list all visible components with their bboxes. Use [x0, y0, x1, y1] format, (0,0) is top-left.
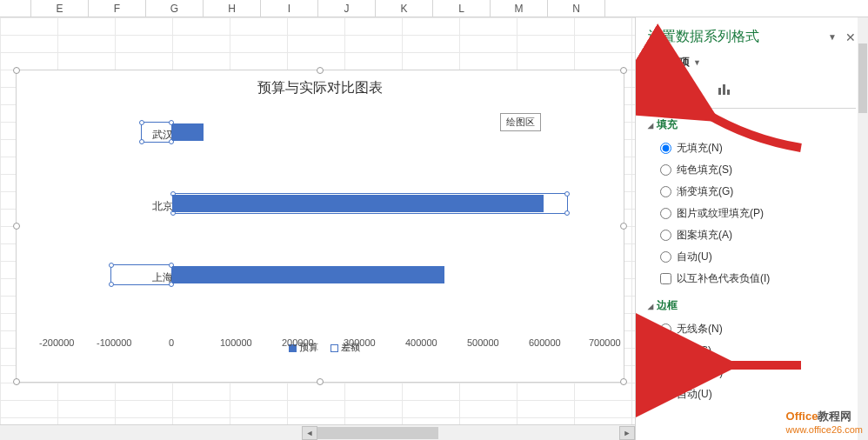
fill-none-label[interactable]: 无填充(N): [677, 141, 723, 156]
scroll-thumb[interactable]: [317, 427, 438, 439]
svg-rect-2: [723, 84, 725, 95]
close-icon[interactable]: ✕: [845, 30, 856, 44]
fill-pattern-label[interactable]: 图案填充(A): [677, 228, 732, 243]
section-border[interactable]: 边框: [648, 298, 856, 318]
svg-rect-3: [727, 90, 730, 95]
border-gradient-radio[interactable]: [660, 367, 671, 378]
xtick: 600000: [529, 337, 561, 348]
panel-subtitle[interactable]: 系列选项▼: [648, 55, 856, 75]
fill-solid-radio[interactable]: [660, 164, 671, 176]
xtick: 500000: [467, 337, 499, 348]
fill-none-radio[interactable]: [660, 143, 671, 154]
panel-dropdown-icon[interactable]: ▼: [828, 32, 837, 42]
legend-swatch-diff: [331, 344, 338, 352]
col-spacer: [0, 0, 31, 17]
resize-handle[interactable]: [13, 378, 20, 385]
col-K[interactable]: K: [376, 0, 433, 17]
fill-auto-label[interactable]: 自动(U): [677, 250, 712, 264]
fill-pattern-radio[interactable]: [660, 230, 671, 241]
col-H[interactable]: H: [204, 0, 261, 17]
svg-marker-0: [686, 83, 697, 94]
border-none-radio[interactable]: [660, 323, 671, 335]
bar-budget-shanghai[interactable]: [172, 266, 444, 283]
panel-title: 设置数据系列格式: [648, 28, 759, 46]
worksheet-area[interactable]: 预算与实际对比图表 武汉: [0, 17, 635, 440]
fill-picture-radio[interactable]: [660, 208, 671, 219]
watermark: Office教程网 www.office26.com: [786, 409, 863, 435]
plot-area[interactable]: 武汉 北京: [43, 103, 598, 337]
effects-icon[interactable]: [681, 78, 702, 99]
xtick: 0: [169, 337, 174, 348]
resize-handle[interactable]: [13, 67, 20, 74]
bar-diff-wuhan[interactable]: [141, 122, 172, 143]
scrollbar-thumb[interactable]: [858, 43, 867, 113]
resize-handle[interactable]: [317, 67, 324, 74]
fill-auto-radio[interactable]: [660, 251, 671, 263]
bar-budget-beijing[interactable]: [172, 195, 544, 212]
col-J[interactable]: J: [318, 0, 376, 17]
resize-handle[interactable]: [620, 378, 627, 385]
invert-negative-checkbox[interactable]: [660, 273, 671, 284]
invert-negative-label[interactable]: 以互补色代表负值(I): [677, 271, 770, 286]
border-none-label[interactable]: 无线条(N): [677, 322, 723, 337]
col-G[interactable]: G: [146, 0, 204, 17]
fill-gradient-label[interactable]: 渐变填充(G): [677, 184, 733, 199]
col-L[interactable]: L: [433, 0, 491, 17]
xtick: -100000: [97, 337, 131, 348]
column-headers: E F G H I J K L M N: [0, 0, 868, 17]
series-options-icon[interactable]: [714, 78, 735, 99]
horizontal-scrollbar[interactable]: ◄ ►: [0, 424, 635, 440]
border-solid-label[interactable]: 实线(S): [677, 343, 711, 358]
xtick: 200000: [282, 337, 314, 348]
chart-tooltip: 绘图区: [500, 113, 541, 131]
svg-rect-1: [718, 88, 721, 95]
border-auto-radio[interactable]: [660, 389, 671, 400]
fill-picture-label[interactable]: 图片或纹理填充(P): [677, 206, 764, 221]
bar-diff-shanghai[interactable]: [110, 264, 172, 285]
col-N[interactable]: N: [548, 0, 605, 17]
scroll-track[interactable]: [317, 426, 619, 440]
bar-budget-wuhan[interactable]: [172, 123, 204, 141]
fill-solid-label[interactable]: 纯色填充(S): [677, 163, 732, 177]
scroll-right-button[interactable]: ►: [619, 426, 635, 440]
resize-handle[interactable]: [620, 223, 627, 230]
resize-handle[interactable]: [13, 223, 20, 230]
fill-gradient-radio[interactable]: [660, 186, 671, 197]
col-E[interactable]: E: [31, 0, 89, 17]
border-gradient-label[interactable]: 渐变线(G): [677, 365, 723, 380]
resize-handle[interactable]: [620, 67, 627, 74]
border-solid-radio[interactable]: [660, 345, 671, 357]
format-pane: 设置数据系列格式 ▼ ✕ 系列选项▼ 填充 无填充(N) 纯色填充(S) 渐变填…: [635, 17, 868, 440]
border-auto-label[interactable]: 自动(U): [677, 387, 712, 402]
chart-title[interactable]: 预算与实际对比图表: [17, 70, 624, 103]
resize-handle[interactable]: [317, 378, 324, 385]
fill-line-icon[interactable]: [648, 78, 669, 99]
panel-scrollbar[interactable]: [858, 17, 868, 440]
xtick: 700000: [589, 337, 621, 348]
chart-object[interactable]: 预算与实际对比图表 武汉: [16, 70, 624, 383]
col-F[interactable]: F: [89, 0, 146, 17]
xtick: 300000: [344, 337, 376, 348]
xtick: 100000: [220, 337, 252, 348]
xtick: 400000: [405, 337, 437, 348]
section-fill[interactable]: 填充: [648, 117, 856, 137]
xtick: -200000: [39, 337, 74, 348]
col-I[interactable]: I: [261, 0, 318, 17]
category-label: 北京: [130, 199, 173, 214]
col-M[interactable]: M: [491, 0, 548, 17]
scroll-left-button[interactable]: ◄: [302, 426, 317, 440]
